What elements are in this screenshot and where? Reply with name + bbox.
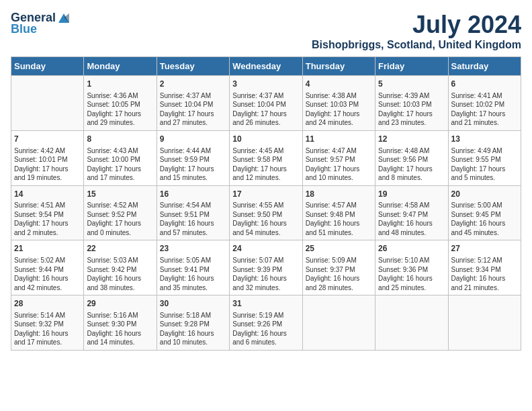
day-number: 4 bbox=[306, 79, 372, 90]
day-number: 8 bbox=[87, 134, 153, 145]
calendar-body: 1Sunrise: 4:36 AM Sunset: 10:05 PM Dayli… bbox=[11, 76, 521, 351]
cell-content: Sunrise: 5:19 AM Sunset: 9:26 PM Dayligh… bbox=[232, 311, 299, 347]
day-number: 30 bbox=[160, 298, 226, 310]
day-number: 14 bbox=[14, 189, 81, 200]
calendar-cell: 23Sunrise: 5:05 AM Sunset: 9:41 PM Dayli… bbox=[157, 240, 229, 295]
calendar-cell: 31Sunrise: 5:19 AM Sunset: 9:26 PM Dayli… bbox=[230, 295, 302, 351]
header-tuesday: Tuesday bbox=[157, 57, 229, 76]
day-number: 13 bbox=[451, 134, 518, 145]
day-number: 21 bbox=[14, 243, 81, 255]
calendar-cell: 11Sunrise: 4:47 AM Sunset: 9:57 PM Dayli… bbox=[302, 130, 375, 185]
header-sunday: Sunday bbox=[11, 57, 84, 76]
cell-content: Sunrise: 4:54 AM Sunset: 9:51 PM Dayligh… bbox=[160, 201, 226, 237]
calendar-cell: 4Sunrise: 4:38 AM Sunset: 10:03 PM Dayli… bbox=[302, 76, 375, 131]
day-number: 19 bbox=[378, 189, 445, 200]
cell-content: Sunrise: 5:07 AM Sunset: 9:39 PM Dayligh… bbox=[232, 256, 299, 292]
calendar-cell: 28Sunrise: 5:14 AM Sunset: 9:32 PM Dayli… bbox=[11, 295, 84, 351]
day-number: 29 bbox=[87, 298, 153, 310]
header-row: Sunday Monday Tuesday Wednesday Thursday… bbox=[11, 57, 521, 76]
cell-content: Sunrise: 5:12 AM Sunset: 9:34 PM Dayligh… bbox=[451, 256, 518, 292]
calendar-cell bbox=[302, 295, 375, 351]
calendar-cell: 20Sunrise: 5:00 AM Sunset: 9:45 PM Dayli… bbox=[448, 185, 521, 240]
calendar-cell: 12Sunrise: 4:48 AM Sunset: 9:56 PM Dayli… bbox=[375, 130, 448, 185]
cell-content: Sunrise: 5:03 AM Sunset: 9:42 PM Dayligh… bbox=[87, 256, 153, 292]
calendar-cell: 3Sunrise: 4:37 AM Sunset: 10:04 PM Dayli… bbox=[230, 76, 302, 131]
calendar-week-1: 1Sunrise: 4:36 AM Sunset: 10:05 PM Dayli… bbox=[11, 76, 521, 131]
cell-content: Sunrise: 4:49 AM Sunset: 9:55 PM Dayligh… bbox=[451, 146, 518, 183]
day-number: 17 bbox=[232, 189, 299, 200]
day-number: 11 bbox=[306, 134, 372, 145]
calendar-cell bbox=[375, 295, 448, 351]
header-saturday: Saturday bbox=[448, 57, 521, 76]
day-number: 27 bbox=[451, 243, 518, 255]
day-number: 31 bbox=[232, 298, 299, 310]
logo-icon bbox=[57, 12, 71, 24]
calendar-cell: 21Sunrise: 5:02 AM Sunset: 9:44 PM Dayli… bbox=[11, 240, 84, 295]
cell-content: Sunrise: 4:39 AM Sunset: 10:03 PM Daylig… bbox=[378, 91, 445, 128]
header-thursday: Thursday bbox=[302, 57, 375, 76]
cell-content: Sunrise: 5:14 AM Sunset: 9:32 PM Dayligh… bbox=[14, 311, 81, 347]
calendar-cell: 10Sunrise: 4:45 AM Sunset: 9:58 PM Dayli… bbox=[230, 130, 302, 185]
calendar-cell: 22Sunrise: 5:03 AM Sunset: 9:42 PM Dayli… bbox=[84, 240, 157, 295]
calendar-cell: 13Sunrise: 4:49 AM Sunset: 9:55 PM Dayli… bbox=[448, 130, 521, 185]
calendar-cell: 1Sunrise: 4:36 AM Sunset: 10:05 PM Dayli… bbox=[84, 76, 157, 131]
cell-content: Sunrise: 5:16 AM Sunset: 9:30 PM Dayligh… bbox=[87, 311, 153, 347]
cell-content: Sunrise: 4:41 AM Sunset: 10:02 PM Daylig… bbox=[451, 91, 518, 128]
cell-content: Sunrise: 4:42 AM Sunset: 10:01 PM Daylig… bbox=[14, 146, 81, 183]
day-number: 28 bbox=[14, 298, 81, 310]
cell-content: Sunrise: 4:58 AM Sunset: 9:47 PM Dayligh… bbox=[378, 201, 445, 237]
location: Bishopbriggs, Scotland, United Kingdom bbox=[312, 39, 521, 51]
calendar-header: Sunday Monday Tuesday Wednesday Thursday… bbox=[11, 57, 521, 76]
cell-content: Sunrise: 4:43 AM Sunset: 10:00 PM Daylig… bbox=[87, 146, 153, 183]
calendar-week-3: 14Sunrise: 4:51 AM Sunset: 9:54 PM Dayli… bbox=[11, 185, 521, 240]
cell-content: Sunrise: 4:38 AM Sunset: 10:03 PM Daylig… bbox=[306, 91, 372, 128]
title-section: July 2024 Bishopbriggs, Scotland, United… bbox=[312, 11, 521, 51]
day-number: 26 bbox=[378, 243, 445, 255]
cell-content: Sunrise: 5:05 AM Sunset: 9:41 PM Dayligh… bbox=[160, 256, 226, 292]
logo: General Blue bbox=[11, 11, 71, 36]
day-number: 7 bbox=[14, 134, 81, 145]
day-number: 6 bbox=[451, 79, 518, 90]
calendar-cell: 30Sunrise: 5:18 AM Sunset: 9:28 PM Dayli… bbox=[157, 295, 229, 351]
day-number: 9 bbox=[160, 134, 226, 145]
header-friday: Friday bbox=[375, 57, 448, 76]
calendar-cell: 16Sunrise: 4:54 AM Sunset: 9:51 PM Dayli… bbox=[157, 185, 229, 240]
month-title: July 2024 bbox=[312, 11, 521, 39]
header-wednesday: Wednesday bbox=[230, 57, 302, 76]
day-number: 2 bbox=[160, 79, 226, 90]
page-header: General Blue July 2024 Bishopbriggs, Sco… bbox=[11, 11, 521, 51]
calendar-week-2: 7Sunrise: 4:42 AM Sunset: 10:01 PM Dayli… bbox=[11, 130, 521, 185]
cell-content: Sunrise: 4:57 AM Sunset: 9:48 PM Dayligh… bbox=[306, 201, 372, 237]
day-number: 12 bbox=[378, 134, 445, 145]
calendar-cell: 26Sunrise: 5:10 AM Sunset: 9:36 PM Dayli… bbox=[375, 240, 448, 295]
day-number: 18 bbox=[306, 189, 372, 200]
calendar-cell: 2Sunrise: 4:37 AM Sunset: 10:04 PM Dayli… bbox=[157, 76, 229, 131]
calendar-cell: 6Sunrise: 4:41 AM Sunset: 10:02 PM Dayli… bbox=[448, 76, 521, 131]
day-number: 25 bbox=[306, 243, 372, 255]
header-monday: Monday bbox=[84, 57, 157, 76]
cell-content: Sunrise: 4:51 AM Sunset: 9:54 PM Dayligh… bbox=[14, 201, 81, 237]
cell-content: Sunrise: 4:45 AM Sunset: 9:58 PM Dayligh… bbox=[232, 146, 299, 183]
calendar-cell: 18Sunrise: 4:57 AM Sunset: 9:48 PM Dayli… bbox=[302, 185, 375, 240]
calendar-cell: 17Sunrise: 4:55 AM Sunset: 9:50 PM Dayli… bbox=[230, 185, 302, 240]
calendar-cell: 29Sunrise: 5:16 AM Sunset: 9:30 PM Dayli… bbox=[84, 295, 157, 351]
calendar-cell bbox=[448, 295, 521, 351]
calendar-cell: 25Sunrise: 5:09 AM Sunset: 9:37 PM Dayli… bbox=[302, 240, 375, 295]
day-number: 5 bbox=[378, 79, 445, 90]
day-number: 24 bbox=[232, 243, 299, 255]
cell-content: Sunrise: 4:52 AM Sunset: 9:52 PM Dayligh… bbox=[87, 201, 153, 237]
calendar-week-4: 21Sunrise: 5:02 AM Sunset: 9:44 PM Dayli… bbox=[11, 240, 521, 295]
cell-content: Sunrise: 4:55 AM Sunset: 9:50 PM Dayligh… bbox=[232, 201, 299, 237]
calendar-cell: 14Sunrise: 4:51 AM Sunset: 9:54 PM Dayli… bbox=[11, 185, 84, 240]
calendar-cell: 24Sunrise: 5:07 AM Sunset: 9:39 PM Dayli… bbox=[230, 240, 302, 295]
calendar-cell: 8Sunrise: 4:43 AM Sunset: 10:00 PM Dayli… bbox=[84, 130, 157, 185]
cell-content: Sunrise: 4:37 AM Sunset: 10:04 PM Daylig… bbox=[232, 91, 299, 128]
cell-content: Sunrise: 4:47 AM Sunset: 9:57 PM Dayligh… bbox=[306, 146, 372, 183]
calendar-cell: 15Sunrise: 4:52 AM Sunset: 9:52 PM Dayli… bbox=[84, 185, 157, 240]
day-number: 20 bbox=[451, 189, 518, 200]
logo-blue-text: Blue bbox=[11, 22, 37, 36]
calendar-cell: 9Sunrise: 4:44 AM Sunset: 9:59 PM Daylig… bbox=[157, 130, 229, 185]
calendar-table: Sunday Monday Tuesday Wednesday Thursday… bbox=[11, 56, 521, 351]
calendar-week-5: 28Sunrise: 5:14 AM Sunset: 9:32 PM Dayli… bbox=[11, 295, 521, 351]
calendar-cell: 7Sunrise: 4:42 AM Sunset: 10:01 PM Dayli… bbox=[11, 130, 84, 185]
